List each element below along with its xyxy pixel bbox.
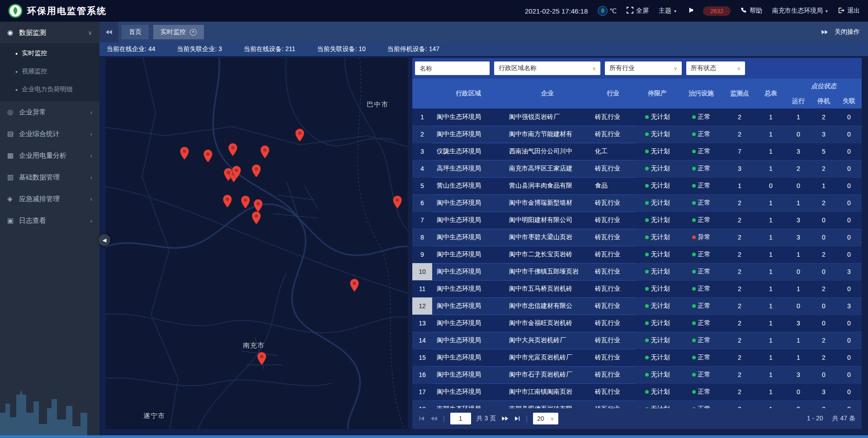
org-dropdown[interactable]: 南充市生态环境局 ▾ [772, 7, 828, 15]
cell-region: 南部生态环境局 [432, 400, 505, 408]
region-filter-select[interactable]: 行政区域名称 ∨ [494, 61, 600, 75]
map-pin-icon[interactable] [241, 195, 250, 211]
sidebar-item[interactable]: •视频监控 [0, 62, 99, 80]
cell-meter: 1 [756, 246, 786, 263]
page-size-select[interactable]: 20 ∨ [533, 413, 558, 424]
sidebar-item[interactable]: •实时监控 [0, 44, 99, 62]
cell-monitor: 2 [723, 229, 756, 246]
cell-monitor: 1 [723, 177, 756, 194]
sidebar-group[interactable]: ◉数据监测∨ [0, 22, 99, 43]
green-dot-icon [645, 339, 649, 342]
sidebar-group[interactable]: ▤企业综合统计‹ [0, 123, 99, 145]
cell-meter: 1 [756, 315, 786, 332]
horn-icon [686, 7, 693, 14]
table-row[interactable]: 11阆中生态环境局阆中市五马桥页岩机砖砖瓦行业无计划正常21120 [412, 280, 862, 297]
sidebar-item[interactable]: •企业电力负荷明细 [0, 80, 99, 99]
cell-limit: 无计划 [636, 349, 679, 366]
cell-company: 阆中市枣碧大梁山页岩 [505, 229, 590, 246]
sidebar-group[interactable]: ▣日志查看‹ [0, 210, 99, 231]
tabs-scroll-right-button[interactable] [821, 29, 828, 35]
map-pin-icon[interactable] [260, 145, 270, 160]
sidebar-group-label: 应急减排管理 [19, 195, 60, 203]
table-row[interactable]: 14阆中生态环境局阆中大兴页岩机砖厂砖瓦行业无计划正常21120 [412, 332, 862, 349]
map-pin-icon[interactable] [349, 278, 359, 294]
sidebar-group[interactable]: ▥基础数据管理‹ [0, 166, 99, 188]
cell-monitor: 2 [723, 280, 756, 297]
prev-page-button[interactable] [430, 415, 438, 422]
cell-limit: 无计划 [636, 177, 679, 194]
map-panel[interactable]: 巴中市南充市遂宁市 [106, 58, 408, 429]
cell-stop: 0 [811, 366, 836, 383]
cell-stop: 2 [811, 332, 836, 349]
cell-limit: 无计划 [636, 126, 679, 143]
table-row[interactable]: 18南部生态环境局南部县双佛页岩砖有限砖瓦行业无计划正常21030 [412, 400, 862, 408]
table-row[interactable]: 7阆中生态环境局阆中明阳建材有限公司砖瓦行业无计划正常21300 [412, 212, 862, 229]
map-pin-icon[interactable] [228, 143, 238, 158]
table-row[interactable]: 16阆中生态环境局阆中市石子页岩机砖厂砖瓦行业无计划正常21300 [412, 366, 862, 383]
table-row[interactable]: 5营山生态环境局营山县润丰肉食品有限食品无计划正常10010 [412, 177, 862, 194]
table-row[interactable]: 4高坪生态环境局南充市高坪区王家店建砖瓦行业无计划正常31220 [412, 160, 862, 177]
map-pin-icon[interactable] [222, 194, 232, 210]
table-row[interactable]: 3仪陇生态环境局西南油气田分公司川中化工无计划正常71350 [412, 143, 862, 160]
map-pin-icon[interactable] [203, 149, 213, 165]
help-button[interactable]: 帮助 [741, 7, 762, 15]
cell-lost: 0 [836, 332, 862, 349]
top-header: 环保用电监管系统 2021-02-25 17:46:18 0 ℃ 全屏 主题 ▾… [0, 0, 868, 22]
close-operations-button[interactable]: 关闭操作 [835, 28, 860, 36]
table-row[interactable]: 10阆中生态环境局阆中市千佛镇五郎垭页岩砖瓦行业无计划正常21003 [412, 263, 862, 280]
row-number: 1 [412, 108, 432, 126]
page: 环保用电监管系统 2021-02-25 17:46:18 0 ℃ 全屏 主题 ▾… [0, 0, 868, 438]
fullscreen-button[interactable]: 全屏 [627, 7, 649, 15]
bullet-icon: • [15, 50, 18, 57]
alert-count-badge[interactable]: 2632 [703, 6, 731, 16]
alert-horn-button[interactable] [686, 7, 693, 14]
close-icon[interactable]: × [190, 29, 197, 36]
cell-company: 阆中市江南镇阆南页岩 [505, 383, 590, 400]
green-dot-icon [645, 253, 649, 256]
table-row[interactable]: 1阆中生态环境局阆中强锐页岩砖厂砖瓦行业无计划正常21120 [412, 108, 862, 126]
last-page-button[interactable] [514, 415, 520, 422]
column-lost: 失联 [836, 94, 862, 108]
theme-label: 主题 [659, 7, 671, 15]
sidebar-menu: ◉数据监测∨•实时监控•视频监控•企业电力负荷明细◎企业异常‹▤企业综合统计‹▦… [0, 22, 99, 231]
sidebar-group[interactable]: ◎企业异常‹ [0, 101, 99, 123]
map-pin-icon[interactable] [251, 211, 261, 226]
table-row[interactable]: 6阆中生态环境局阆中市金博瑞新型墙材砖瓦行业无计划正常21120 [412, 194, 862, 212]
map-pin-icon[interactable] [231, 165, 241, 181]
map-pin-icon[interactable] [251, 164, 261, 179]
map-pin-icon[interactable] [392, 195, 402, 211]
sidebar-group[interactable]: ▦企业用电量分析‹ [0, 145, 99, 166]
table-row[interactable]: 9阆中生态环境局阆中市二龙长宝页岩砖砖瓦行业无计划正常21120 [412, 246, 862, 263]
industry-filter-select[interactable]: 所有行业 ∨ [605, 61, 682, 75]
help-label: 帮助 [750, 7, 762, 15]
tab-home[interactable]: 首页 [122, 25, 149, 39]
table-row[interactable]: 17阆中生态环境局阆中市江南镇阆南页岩砖瓦行业无计划正常21030 [412, 383, 862, 400]
tab-realtime-monitoring[interactable]: 实时监控 × [153, 25, 204, 39]
map-pin-icon[interactable] [179, 146, 189, 162]
cell-lost: 0 [836, 108, 862, 126]
table-row[interactable]: 12阆中生态环境局阆中市忠信建材有限公砖瓦行业无计划正常21003 [412, 297, 862, 315]
next-page-button[interactable] [501, 415, 509, 422]
sidebar: ◉数据监测∨•实时监控•视频监控•企业电力负荷明细◎企业异常‹▤企业综合统计‹▦… [0, 22, 99, 435]
map-pin-icon[interactable] [295, 128, 305, 144]
page-number-input[interactable] [450, 413, 471, 424]
map-pin-icon[interactable] [257, 352, 267, 367]
green-dot-icon [692, 321, 696, 325]
total-pages-label: 共 3 页 [476, 414, 496, 423]
cell-facility: 正常 [679, 212, 723, 229]
theme-dropdown[interactable]: 主题 ▾ [659, 7, 676, 15]
footer-strip [0, 435, 868, 438]
tabs-scroll-left-button[interactable] [99, 22, 118, 42]
cell-meter: 1 [756, 212, 786, 229]
page-size-value: 20 [537, 415, 544, 422]
table-row[interactable]: 15阆中生态环境局阆中市光富页岩机砖厂砖瓦行业无计划正常21120 [412, 349, 862, 366]
table-row[interactable]: 8阆中生态环境局阆中市枣碧大梁山页岩砖瓦行业无计划异常21300 [412, 229, 862, 246]
first-page-button[interactable] [419, 415, 425, 422]
cell-region: 阆中生态环境局 [432, 332, 505, 349]
logout-button[interactable]: 退出 [838, 7, 860, 15]
name-filter-input[interactable] [415, 61, 490, 75]
table-row[interactable]: 13阆中生态环境局阆中市金福旺页岩机砖砖瓦行业无计划正常21300 [412, 315, 862, 332]
table-row[interactable]: 2阆中生态环境局阆中市南方节能建材有砖瓦行业无计划正常21030 [412, 126, 862, 143]
status-filter-select[interactable]: 所有状态 ∨ [686, 61, 745, 75]
sidebar-group[interactable]: ◈应急减排管理‹ [0, 188, 99, 210]
